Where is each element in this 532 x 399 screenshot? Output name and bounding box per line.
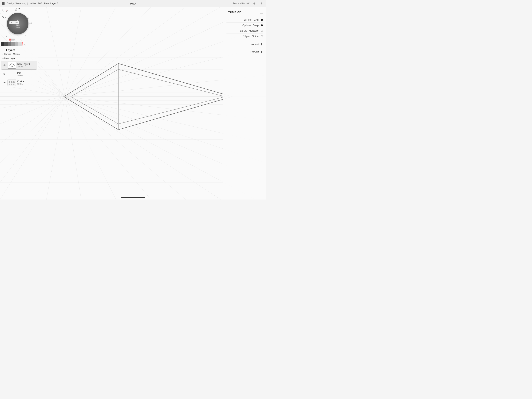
layer-item-2[interactable]: 👁 Custom 100% [1,78,37,87]
undo-icon[interactable] [6,10,9,14]
layers-panel: ☰ Layers ↕ Sorting | Manual + New Layer … [0,47,38,87]
layers-header: ☰ Layers [0,47,38,52]
layer-2-thumb [7,79,16,86]
app-menu-icon[interactable] [2,2,5,5]
guide-name: Guide [252,35,259,38]
layer-2-name: Custom [17,80,36,83]
settings-icon[interactable]: ⚙ [252,1,257,6]
home-indicator [121,197,145,198]
panel-grid-icon[interactable] [260,11,263,13]
layer-1-visibility[interactable]: 👁 [2,73,6,76]
size-bar: 8'11 [9,39,15,42]
layer-2-info: Custom 100% [17,80,36,85]
measure-toggle[interactable] [261,30,263,32]
size-label: 100% [15,26,20,28]
wave-icon[interactable]: 〜 [6,35,8,38]
opacity-label: 21% [16,24,19,26]
layer-item-0[interactable]: 👁 New Layer 2 100% [1,61,37,70]
sort-type: Manual [13,53,20,55]
precision-title: Precision [227,10,263,14]
svg-line-16 [65,7,116,97]
layer-item-1[interactable]: 👁 Pen 100% [1,70,37,78]
guide-toggle[interactable] [261,35,263,37]
new-layer-button[interactable]: + New Layer [0,56,38,61]
layer-1-opacity: 100% [17,74,36,77]
svg-line-12 [0,97,65,124]
text-icon[interactable]: Ag [29,21,32,24]
layer-0-thumb [8,62,16,69]
grid-row: 2-Point Grid [227,17,263,23]
breadcrumb: Design Sketching | Untitled 166 | New La… [2,2,58,5]
export-label: Export [250,50,259,54]
grid-toggle[interactable] [261,19,263,21]
guide-row: Ellipse Guide [227,33,263,39]
svg-line-14 [46,7,65,97]
layer-0-info: New Layer 2 100% [17,63,35,68]
help-icon[interactable]: ? [259,1,264,6]
svg-marker-52 [10,64,15,67]
svg-line-24 [65,97,151,200]
grid-name: Grid [254,18,259,21]
snap-label: Options [227,24,251,27]
snap-name: Snap [253,24,259,27]
layers-sort: ↕ Sorting | Manual [0,52,38,56]
import-icon: ⬇ [260,42,263,46]
file-name[interactable]: Untitled 166 [29,2,42,5]
measure-row: 1:1 pts Measure [227,28,263,33]
pts-label: 3.23 pts [9,21,19,24]
app-name: Design Sketching [7,2,26,5]
layer-0-name: New Layer 2 [17,63,35,65]
angle-icon[interactable]: ∠ [27,29,29,32]
export-action[interactable]: Export ⬆ [227,48,263,56]
zoom-label: Zoom: 45% ↺0° [233,2,250,5]
size-value: 8'11 [9,40,15,42]
svg-line-15 [65,7,81,97]
measure-label: 1:1 pts [227,29,247,32]
snap-row: Options Snap [227,23,263,28]
svg-line-21 [46,97,65,200]
layer-2-opacity: 100% [17,83,36,85]
snap-toggle[interactable] [261,24,263,26]
current-layer: New Layer 2 [44,2,58,5]
radial-menu[interactable]: 3.23 ≡ ↩ ● ◐ 21% 100% 3.23 pts 〜 8'11 Ag… [4,6,35,45]
layer-1-name: Pen [17,71,36,74]
svg-line-17 [65,7,151,97]
guide-label: Ellipse [227,35,250,38]
top-bar-right: Zoom: 45% ↺0° ⚙ ? [233,1,264,6]
layer-0-opacity: 100% [17,65,35,68]
brush-size-icon: ≡ [4,16,7,19]
layer-1-thumb [7,71,16,77]
pen-nib-icon[interactable]: ✏ [15,9,17,12]
pro-badge-container: PRO [130,2,136,5]
svg-line-22 [65,97,81,200]
curve-icon[interactable]: ⌒ [24,35,26,38]
svg-line-23 [65,97,116,200]
sort-label: Sorting [4,53,11,55]
right-panel: Precision 2-Point Grid Options Snap 1:1 … [223,7,266,200]
grid-label: 2-Point [227,18,252,21]
svg-line-8 [0,97,65,200]
layer-2-visibility[interactable]: 👁 [2,81,6,84]
import-label: Import [250,43,259,46]
svg-line-26 [65,97,221,200]
top-bar: Design Sketching | Untitled 166 | New La… [0,0,266,7]
layer-1-info: Pen 100% [17,71,36,77]
export-icon: ⬆ [260,50,263,54]
svg-line-25 [65,97,186,200]
import-action[interactable]: Import ⬇ [227,40,263,48]
pro-badge: PRO [130,2,136,5]
svg-line-18 [65,7,186,97]
svg-line-19 [65,7,221,97]
measure-name: Measure [249,29,259,32]
layer-0-visibility[interactable]: 👁 [3,64,6,67]
svg-line-11 [0,97,65,143]
layers-title: Layers [6,48,15,52]
